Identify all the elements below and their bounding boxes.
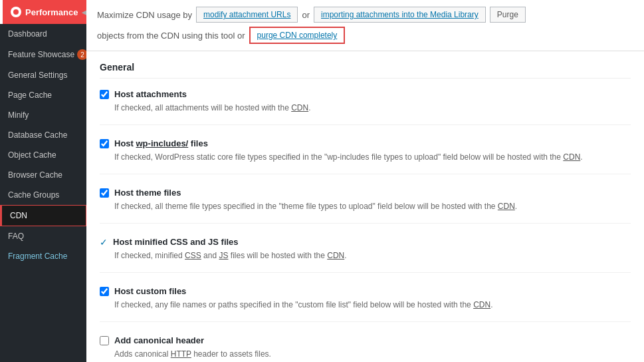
sidebar-item-cdn[interactable]: CDN	[0, 205, 86, 226]
host-wp-includes-desc: If checked, WordPress static core file t…	[114, 151, 631, 163]
setting-host-wp-includes: Host wp-includes/ files If checked, Word…	[100, 138, 631, 174]
setting-host-minified-label: ✓ Host minified CSS and JS files	[100, 237, 631, 247]
sidebar-item-minify[interactable]: Minify	[0, 105, 86, 125]
sidebar-item-general-settings-label: General Settings	[8, 71, 67, 80]
host-custom-files-text: Host custom files	[114, 286, 186, 296]
cdn-link-1: CDN	[291, 103, 308, 112]
sidebar-item-general-settings[interactable]: General Settings	[0, 65, 86, 85]
canonical-header-text: Add canonical header	[114, 335, 204, 345]
js-link: JS	[219, 251, 228, 260]
setting-host-custom-files: Host custom files If checked, any file n…	[100, 286, 631, 322]
setting-canonical-header-label: Add canonical header	[100, 335, 631, 345]
canonical-header-checkbox[interactable]	[100, 336, 109, 345]
setting-host-attachments: Host attachments If checked, all attachm…	[100, 89, 631, 125]
host-custom-files-desc: If checked, any file names or paths spec…	[114, 299, 631, 311]
cdn-link-4: CDN	[327, 251, 344, 260]
setting-host-wp-includes-label: Host wp-includes/ files	[100, 138, 631, 148]
section-title: General	[100, 62, 631, 79]
content-area: General Host attachments If checked, all…	[86, 51, 644, 362]
performance-icon	[11, 7, 21, 17]
import-attachments-button[interactable]: importing attachments into the Media Lib…	[314, 7, 486, 23]
setting-host-minified: ✓ Host minified CSS and JS files If chec…	[100, 237, 631, 273]
host-theme-files-text: Host theme files	[114, 188, 181, 198]
sidebar-item-database-cache-label: Database Cache	[8, 130, 67, 140]
sidebar-item-object-cache[interactable]: Object Cache	[0, 145, 86, 165]
setting-canonical-header: Add canonical header Adds canonical HTTP…	[100, 335, 631, 362]
purge-button[interactable]: Purge	[490, 7, 526, 23]
feature-showcase-badge: 2	[77, 49, 86, 60]
sidebar-item-dashboard-label: Dashboard	[8, 29, 47, 39]
topbar: Maximize CDN usage by modify attachment …	[86, 0, 644, 51]
sidebar-item-page-cache-label: Page Cache	[8, 90, 52, 100]
sidebar: Performance ◀ Dashboard Feature Showcase…	[0, 0, 86, 362]
modify-attachment-urls-button[interactable]: modify attachment URLs	[196, 7, 298, 23]
topbar-suffix: objects from the CDN using this tool or	[97, 31, 245, 41]
host-wp-includes-text: Host wp-includes/ files	[114, 138, 208, 148]
sidebar-header-label: Performance	[25, 7, 78, 17]
sidebar-item-browser-cache[interactable]: Browser Cache	[0, 165, 86, 185]
http-link: HTTP	[171, 349, 191, 359]
sidebar-item-fragment-cache-label: Fragment Cache	[8, 252, 67, 261]
sidebar-item-feature-showcase-label: Feature Showcase	[8, 50, 74, 59]
setting-host-attachments-label: Host attachments	[100, 89, 631, 99]
host-theme-files-checkbox[interactable]	[100, 188, 109, 198]
svg-point-0	[13, 9, 19, 15]
host-minified-desc: If checked, minified CSS and JS files wi…	[114, 250, 631, 262]
setting-host-theme-files-label: Host theme files	[100, 188, 631, 198]
host-attachments-text: Host attachments	[114, 89, 187, 99]
cdn-link-5: CDN	[473, 300, 490, 309]
sidebar-item-browser-cache-label: Browser Cache	[8, 170, 62, 180]
sidebar-item-dashboard[interactable]: Dashboard	[0, 24, 86, 44]
main-panel: Maximize CDN usage by modify attachment …	[86, 0, 644, 362]
setting-host-theme-files: Host theme files If checked, all theme f…	[100, 188, 631, 224]
host-wp-includes-checkbox[interactable]	[100, 139, 109, 148]
sidebar-item-feature-showcase[interactable]: Feature Showcase 2	[0, 44, 86, 65]
canonical-header-desc: Adds canonical HTTP header to assets fil…	[114, 348, 631, 360]
sidebar-item-cache-groups-label: Cache Groups	[8, 190, 59, 200]
purge-cdn-completely-button[interactable]: purge CDN completely	[249, 27, 346, 44]
sidebar-item-cache-groups[interactable]: Cache Groups	[0, 185, 86, 205]
sidebar-item-faq[interactable]: FAQ	[0, 226, 86, 246]
setting-host-custom-files-label: Host custom files	[100, 286, 631, 296]
host-theme-files-desc: If checked, all theme file types specifi…	[114, 200, 631, 212]
sidebar-item-minify-label: Minify	[8, 110, 29, 120]
sidebar-item-faq-label: FAQ	[8, 232, 24, 241]
cdn-link-2: CDN	[563, 152, 580, 162]
host-attachments-desc: If checked, all attachments will be host…	[114, 102, 631, 114]
cdn-link-3: CDN	[498, 202, 515, 211]
host-minified-checkmark: ✓	[100, 238, 108, 247]
topbar-separator: or	[302, 10, 310, 20]
sidebar-performance-header[interactable]: Performance ◀	[0, 0, 86, 24]
sidebar-item-database-cache[interactable]: Database Cache	[0, 125, 86, 145]
sidebar-item-page-cache[interactable]: Page Cache	[0, 85, 86, 105]
host-attachments-checkbox[interactable]	[100, 90, 109, 99]
sidebar-item-fragment-cache[interactable]: Fragment Cache	[0, 246, 86, 266]
host-custom-files-checkbox[interactable]	[100, 287, 109, 296]
sidebar-item-object-cache-label: Object Cache	[8, 150, 56, 160]
sidebar-item-cdn-label: CDN	[10, 211, 27, 220]
topbar-prefix: Maximize CDN usage by	[97, 10, 192, 20]
host-minified-text: Host minified CSS and JS files	[113, 237, 239, 247]
css-link: CSS	[185, 251, 201, 260]
content-inner: General Host attachments If checked, all…	[86, 51, 644, 362]
